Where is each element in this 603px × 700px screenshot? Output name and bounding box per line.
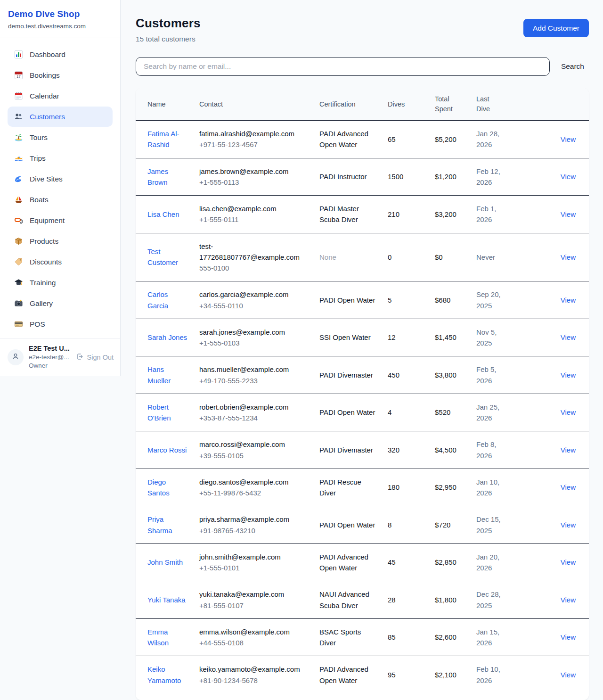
customer-name-link[interactable]: Carlos Garcia: [147, 290, 168, 309]
customer-name-link[interactable]: Keiko Yamamoto: [147, 665, 181, 684]
customer-last-dive: Feb 10, 2026: [471, 656, 507, 700]
sign-out-icon: [76, 353, 84, 362]
sidebar-item-pos[interactable]: POS: [8, 314, 113, 334]
sidebar-item-trips[interactable]: Trips: [8, 148, 113, 168]
customer-certification: PADI Advanced Open Water: [319, 553, 368, 572]
shop-name: Demo Dive Shop: [8, 9, 113, 19]
customer-name-link[interactable]: Fatima Al-Rashid: [147, 130, 179, 148]
add-customer-button[interactable]: Add Customer: [523, 19, 589, 37]
customer-last-dive: Feb 1, 2026: [471, 196, 507, 233]
column-header-contact: Contact: [194, 88, 314, 121]
view-link[interactable]: View: [561, 135, 576, 143]
customer-dives: 85: [382, 618, 429, 656]
customer-name-link[interactable]: Priya Sharma: [147, 515, 172, 534]
view-link[interactable]: View: [561, 333, 576, 341]
sidebar-item-dashboard[interactable]: Dashboard: [8, 44, 113, 65]
view-link[interactable]: View: [561, 173, 576, 181]
customer-email: fatima.alrashid@example.com: [199, 128, 308, 139]
sidebar-item-products[interactable]: Products: [8, 231, 113, 251]
pos-icon: [14, 320, 23, 329]
sidebar-item-discounts[interactable]: Discounts: [8, 252, 113, 272]
view-link[interactable]: View: [561, 210, 576, 218]
customer-phone: +353-87-555-1234: [199, 412, 308, 423]
customer-contact-cell: keiko.yamamoto@example.com +81-90-1234-5…: [194, 656, 314, 700]
customer-certification: PADI Advanced Open Water: [319, 665, 368, 684]
customer-certification: PADI Open Water: [319, 296, 375, 304]
customer-last-dive: Feb 8, 2026: [471, 431, 507, 469]
customer-total-spent: $2,600: [429, 618, 471, 656]
tours-icon: [14, 133, 23, 142]
customers-icon: [14, 112, 23, 121]
customer-total-spent: $3,200: [429, 196, 471, 233]
view-link[interactable]: View: [561, 633, 576, 641]
view-link[interactable]: View: [561, 596, 576, 604]
table-row: James Brown james.brown@example.com +1-5…: [136, 158, 589, 196]
view-link[interactable]: View: [561, 671, 576, 679]
customer-name-link[interactable]: John Smith: [147, 558, 183, 566]
column-header-dives: Dives: [382, 88, 429, 121]
customer-contact-cell: marco.rossi@example.com +39-555-0105: [194, 431, 314, 469]
customer-phone: +1-555-0101: [199, 562, 308, 573]
view-link[interactable]: View: [561, 446, 576, 454]
dashboard-icon: [14, 50, 23, 59]
table-row: Marco Rossi marco.rossi@example.com +39-…: [136, 431, 589, 469]
customer-name-link[interactable]: Hans Mueller: [147, 365, 171, 384]
sidebar-item-tours[interactable]: Tours: [8, 127, 113, 148]
customer-total-spent: $2,850: [429, 544, 471, 581]
customer-email: james.brown@example.com: [199, 166, 308, 177]
customer-name-link[interactable]: Diego Santos: [147, 478, 170, 497]
view-link[interactable]: View: [561, 371, 576, 379]
search-input[interactable]: [136, 57, 550, 76]
dive-sites-icon: [14, 174, 23, 183]
view-link[interactable]: View: [561, 483, 576, 491]
customer-phone: +971-55-123-4567: [199, 139, 308, 150]
customer-email: keiko.yamamoto@example.com: [199, 664, 308, 675]
sidebar-item-bookings[interactable]: 17 Bookings: [8, 65, 113, 85]
customer-name-link[interactable]: Robert O'Brien: [147, 403, 171, 422]
view-link[interactable]: View: [561, 558, 576, 566]
shop-domain: demo.test.divestreams.com: [8, 23, 113, 30]
customer-email: robert.obrien@example.com: [199, 402, 308, 412]
table-row: Fatima Al-Rashid fatima.alrashid@example…: [136, 121, 589, 158]
customers-table-card: Name Contact Certification Dives Total S…: [136, 88, 589, 700]
sign-out-button[interactable]: Sign Out: [76, 353, 114, 362]
customer-name-link[interactable]: Test Customer: [147, 247, 178, 266]
customer-last-dive: Feb 12, 2026: [471, 158, 507, 196]
customer-name-link[interactable]: Yuki Tanaka: [147, 596, 186, 604]
customer-dives: 65: [382, 121, 429, 158]
view-link[interactable]: View: [561, 521, 576, 529]
customer-name-link[interactable]: Lisa Chen: [147, 210, 179, 218]
customer-email: lisa.chen@example.com: [199, 203, 308, 214]
customer-phone: +81-90-1234-5678: [199, 675, 308, 686]
view-link[interactable]: View: [561, 253, 576, 261]
customer-last-dive: Jan 25, 2026: [471, 394, 507, 431]
sidebar-item-calendar[interactable]: Calendar: [8, 86, 113, 106]
customer-total-spent: $0: [429, 233, 471, 281]
customer-name-link[interactable]: Emma Wilson: [147, 628, 169, 647]
table-row: Test Customer test-1772681807767@example…: [136, 233, 589, 281]
customer-phone: +1-555-0111: [199, 214, 308, 225]
customer-contact-cell: emma.wilson@example.com +44-555-0108: [194, 618, 314, 656]
search-button[interactable]: Search: [550, 62, 589, 71]
view-link[interactable]: View: [561, 408, 576, 416]
sidebar-item-customers[interactable]: Customers: [8, 107, 113, 127]
customer-name-link[interactable]: James Brown: [147, 167, 168, 186]
sidebar-item-gallery[interactable]: Gallery: [8, 293, 113, 313]
customer-total-spent: $1,800: [429, 581, 471, 619]
customer-name-link[interactable]: Marco Rossi: [147, 446, 187, 454]
customer-phone: +1-555-0113: [199, 177, 308, 188]
customer-contact-cell: james.brown@example.com +1-555-0113: [194, 158, 314, 196]
customer-dives: 210: [382, 196, 429, 233]
customer-dives: 28: [382, 581, 429, 619]
sidebar-item-equipment[interactable]: Equipment: [8, 210, 113, 231]
customer-dives: 95: [382, 656, 429, 700]
customer-name-link[interactable]: Sarah Jones: [147, 333, 187, 341]
customer-total-spent: $4,500: [429, 431, 471, 469]
sidebar-item-boats[interactable]: Boats: [8, 189, 113, 210]
customer-last-dive: Jan 15, 2026: [471, 618, 507, 656]
view-link[interactable]: View: [561, 296, 576, 304]
sidebar-item-training[interactable]: Training: [8, 272, 113, 293]
customer-contact-cell: carlos.garcia@example.com +34-555-0110: [194, 281, 314, 319]
sidebar-item-dive-sites[interactable]: Dive Sites: [8, 169, 113, 189]
customer-last-dive: Feb 5, 2026: [471, 356, 507, 394]
